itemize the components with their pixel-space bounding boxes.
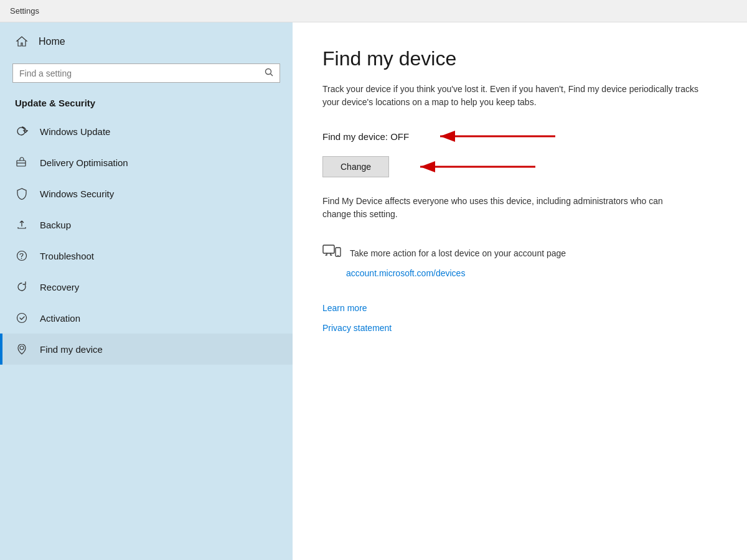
- home-label: Home: [39, 36, 65, 47]
- recovery-icon: [15, 280, 29, 294]
- svg-point-5: [21, 258, 22, 259]
- sidebar-item-delivery-optimisation[interactable]: Delivery Optimisation: [0, 147, 293, 178]
- sidebar-item-windows-update[interactable]: Windows Update: [0, 116, 293, 147]
- recovery-label: Recovery: [40, 282, 79, 292]
- privacy-statement-link[interactable]: Privacy statement: [322, 323, 717, 333]
- status-row: Find my device: OFF: [322, 126, 717, 146]
- change-button[interactable]: Change: [322, 156, 389, 177]
- svg-point-6: [17, 314, 27, 323]
- section-title: Update & Security: [0, 93, 293, 116]
- arrow-to-status: [434, 126, 558, 146]
- account-text: Take more action for a lost device on yo…: [350, 248, 566, 258]
- backup-label: Backup: [40, 220, 71, 230]
- sidebar-item-activation[interactable]: Activation: [0, 302, 293, 334]
- search-input[interactable]: [19, 68, 260, 78]
- description-text: Track your device if you think you've lo…: [322, 83, 708, 109]
- sidebar-item-recovery[interactable]: Recovery: [0, 271, 293, 302]
- update-icon: [15, 124, 29, 138]
- windows-security-label: Windows Security: [40, 189, 114, 199]
- troubleshoot-label: Troubleshoot: [40, 251, 94, 261]
- change-row: Change: [322, 156, 717, 177]
- find-my-device-label: Find my device: [40, 344, 103, 355]
- svg-point-7: [20, 346, 24, 350]
- windows-update-label: Windows Update: [40, 126, 110, 137]
- status-text: Find my device: OFF: [322, 131, 409, 142]
- backup-icon: [15, 218, 29, 231]
- sidebar-item-windows-security[interactable]: Windows Security: [0, 178, 293, 209]
- arrow-to-button: [414, 157, 538, 177]
- home-icon: [15, 35, 29, 49]
- svg-line-1: [271, 74, 273, 77]
- activation-icon: [15, 311, 29, 325]
- sidebar-item-backup[interactable]: Backup: [0, 209, 293, 240]
- svg-point-14: [337, 255, 339, 256]
- info-text: Find My Device affects everyone who uses…: [322, 195, 684, 221]
- sidebar-item-home[interactable]: Home: [0, 22, 293, 61]
- lost-device-icon: [322, 243, 341, 263]
- content-area: Find my device Track your device if you …: [293, 22, 747, 560]
- app-title: Settings: [10, 6, 39, 16]
- search-container: [12, 63, 280, 83]
- page-title: Find my device: [322, 47, 717, 70]
- delivery-optimisation-label: Delivery Optimisation: [40, 157, 128, 168]
- finddevice-icon: [15, 342, 29, 356]
- svg-rect-12: [323, 245, 334, 253]
- account-link[interactable]: account.microsoft.com/devices: [346, 268, 717, 278]
- shield-icon: [15, 187, 29, 200]
- activation-label: Activation: [40, 313, 80, 324]
- account-row: Take more action for a lost device on yo…: [322, 243, 717, 263]
- svg-point-0: [266, 69, 271, 75]
- learn-more-link[interactable]: Learn more: [322, 303, 717, 313]
- search-button[interactable]: [265, 68, 273, 78]
- delivery-icon: [15, 156, 29, 169]
- sidebar: Home Update & Security Windows Update: [0, 22, 293, 560]
- sidebar-item-troubleshoot[interactable]: Troubleshoot: [0, 240, 293, 271]
- troubleshoot-icon: [15, 249, 29, 263]
- sidebar-item-find-my-device[interactable]: Find my device: [0, 334, 293, 365]
